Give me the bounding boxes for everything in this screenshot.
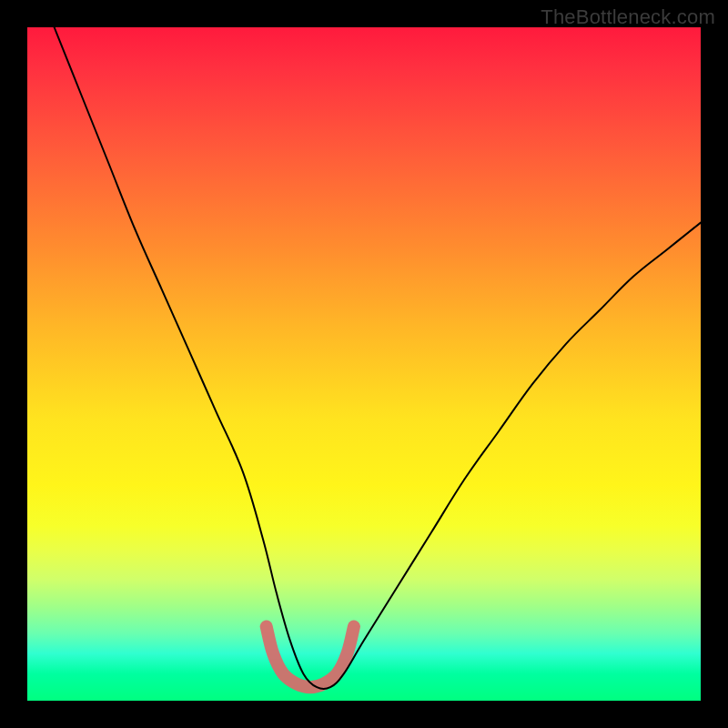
- chart-svg: [27, 27, 701, 701]
- watermark-label: TheBottleneck.com: [541, 5, 715, 29]
- plot-area: [27, 27, 701, 701]
- bottleneck-curve: [55, 27, 701, 689]
- chart-frame: TheBottleneck.com: [0, 0, 728, 728]
